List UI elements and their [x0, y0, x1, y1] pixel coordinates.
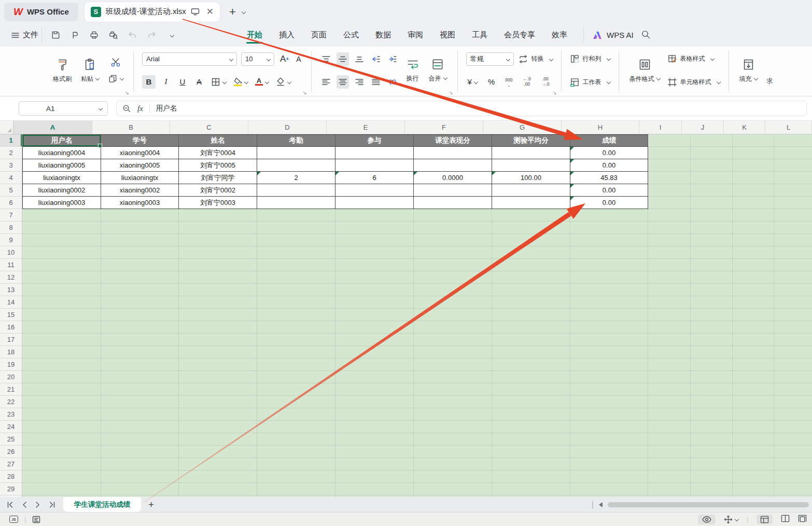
cell-K1[interactable] — [733, 134, 774, 147]
cell-I8[interactable] — [648, 222, 691, 234]
cell-L23[interactable] — [774, 408, 812, 421]
increase-indent-button[interactable] — [386, 52, 399, 66]
cell-D2[interactable] — [257, 147, 335, 159]
cell-F28[interactable] — [414, 470, 492, 483]
cell-C23[interactable] — [179, 408, 257, 421]
cell-E13[interactable] — [335, 284, 414, 296]
cell-J6[interactable] — [691, 197, 733, 209]
cell-F17[interactable] — [414, 334, 492, 346]
cell-I21[interactable] — [648, 383, 691, 396]
cell-F19[interactable] — [414, 358, 492, 371]
cell-D14[interactable] — [257, 296, 335, 309]
cell-C4[interactable]: 刘宵宁同学 — [179, 172, 257, 184]
cell-A6[interactable]: liuxiaoning0003 — [22, 197, 101, 209]
column-header-E[interactable]: E — [327, 121, 405, 134]
cell-K4[interactable] — [733, 172, 774, 184]
cell-I20[interactable] — [648, 371, 691, 383]
sheet-tab-active[interactable]: 学生课堂活动成绩 — [63, 497, 141, 512]
cell-F21[interactable] — [414, 383, 492, 396]
cell-I7[interactable] — [648, 209, 691, 222]
cell-K22[interactable] — [733, 396, 774, 408]
menu-tab-review[interactable]: 审阅 — [400, 25, 431, 45]
cell-L17[interactable] — [774, 334, 812, 346]
cell-H26[interactable] — [570, 446, 648, 458]
menu-tab-data[interactable]: 数据 — [368, 25, 399, 45]
cell-B24[interactable] — [101, 421, 179, 433]
cell-D9[interactable] — [257, 234, 335, 246]
cell-C11[interactable] — [179, 259, 257, 271]
scroll-left-icon[interactable] — [599, 502, 603, 507]
cell-I26[interactable] — [648, 446, 691, 458]
cell-D26[interactable] — [257, 446, 335, 458]
cell-F29[interactable] — [414, 483, 492, 495]
cell-J19[interactable] — [691, 358, 733, 371]
cell-C21[interactable] — [179, 383, 257, 396]
cell-E25[interactable] — [335, 433, 414, 446]
cell-A20[interactable] — [22, 371, 101, 383]
cell-F14[interactable] — [414, 296, 492, 309]
column-header-K[interactable]: K — [724, 121, 765, 134]
cell-L27[interactable] — [774, 458, 812, 470]
cell-I19[interactable] — [648, 358, 691, 371]
cell-G25[interactable] — [492, 433, 570, 446]
cell-F15[interactable] — [414, 309, 492, 321]
bold-button[interactable]: B — [142, 75, 156, 89]
cell-I3[interactable] — [648, 159, 691, 172]
cell-L14[interactable] — [774, 296, 812, 309]
cell-C17[interactable] — [179, 334, 257, 346]
row-header-25[interactable]: 25 — [0, 433, 22, 446]
format-painter-button[interactable]: 格式刷 — [51, 57, 74, 85]
cell-J17[interactable] — [691, 334, 733, 346]
cell-G11[interactable] — [492, 259, 570, 271]
cell-K27[interactable] — [733, 458, 774, 470]
cell-B20[interactable] — [101, 371, 179, 383]
cell-G24[interactable] — [492, 421, 570, 433]
row-header-24[interactable]: 24 — [0, 421, 22, 433]
cell-E27[interactable] — [335, 458, 414, 470]
row-header-6[interactable]: 6 — [0, 197, 22, 209]
cell-A8[interactable] — [22, 222, 101, 234]
cell-A21[interactable] — [22, 383, 101, 396]
menu-tab-home[interactable]: 开始 — [239, 25, 270, 45]
cell-I23[interactable] — [648, 408, 691, 421]
cell-G19[interactable] — [492, 358, 570, 371]
cell-K29[interactable] — [733, 483, 774, 495]
cell-J20[interactable] — [691, 371, 733, 383]
cell-F27[interactable] — [414, 458, 492, 470]
cell-K3[interactable] — [733, 159, 774, 172]
cell-G1[interactable]: 测验平均分 — [492, 134, 570, 147]
cell-H18[interactable] — [570, 346, 648, 358]
cell-H22[interactable] — [570, 396, 648, 408]
row-header-3[interactable]: 3 — [0, 159, 22, 172]
menu-tab-tools[interactable]: 工具 — [464, 25, 495, 45]
cell-H7[interactable] — [570, 209, 648, 222]
cell-L9[interactable] — [774, 234, 812, 246]
cell-J28[interactable] — [691, 470, 733, 483]
cell-I11[interactable] — [648, 259, 691, 271]
export-pdf-button[interactable] — [68, 29, 81, 41]
cell-K23[interactable] — [733, 408, 774, 421]
cell-D16[interactable] — [257, 321, 335, 334]
cell-E26[interactable] — [335, 446, 414, 458]
cell-A12[interactable] — [22, 271, 101, 284]
cell-B1[interactable]: 学号 — [101, 134, 179, 147]
cell-H27[interactable] — [570, 458, 648, 470]
row-header-29[interactable]: 29 — [0, 483, 22, 495]
cell-A19[interactable] — [22, 358, 101, 371]
wrap-text-button[interactable]: 换行 — [404, 57, 422, 84]
cell-L6[interactable] — [774, 197, 812, 209]
cell-C22[interactable] — [179, 396, 257, 408]
fx-icon[interactable]: fx — [137, 104, 143, 113]
cell-B15[interactable] — [101, 309, 179, 321]
horizontal-scrollbar-thumb[interactable] — [608, 502, 809, 507]
cell-style-button[interactable]: 单元格样式 — [667, 77, 720, 87]
undo-button[interactable] — [126, 29, 138, 41]
cell-K13[interactable] — [733, 284, 774, 296]
cell-L7[interactable] — [774, 209, 812, 222]
cell-K18[interactable] — [733, 346, 774, 358]
row-header-10[interactable]: 10 — [0, 246, 22, 259]
cell-K2[interactable] — [733, 147, 774, 159]
align-bottom-button[interactable] — [353, 52, 366, 66]
cell-B7[interactable] — [101, 209, 179, 222]
cell-F3[interactable] — [414, 159, 492, 172]
